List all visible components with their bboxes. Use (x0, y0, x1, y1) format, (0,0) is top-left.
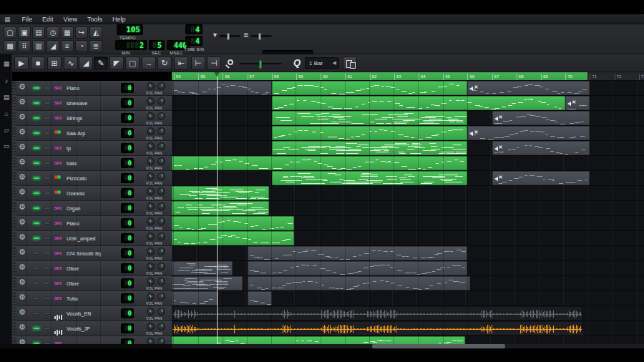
menu-edit[interactable]: Edit (42, 16, 54, 23)
track-settings-gear-icon[interactable]: ⚙ (19, 248, 26, 256)
add-automation-track-button[interactable]: ◢ (79, 57, 93, 70)
track-solo-led[interactable] (44, 252, 51, 255)
track-grip[interactable] (12, 111, 16, 126)
track-solo-led[interactable] (44, 192, 51, 195)
volume-knob[interactable] (147, 82, 155, 90)
pattern-segment[interactable]: ✕ (565, 96, 590, 110)
track-row[interactable]: ⚙SF2Tuba80VOL PAN (12, 291, 172, 306)
pattern-segment[interactable] (172, 201, 269, 215)
track-mute-led[interactable] (33, 297, 40, 300)
sf2-instrument-icon[interactable]: SF2 (54, 115, 62, 122)
track-settings-gear-icon[interactable]: ⚙ (19, 218, 26, 226)
pan-knob[interactable] (157, 187, 165, 195)
menu-tools[interactable]: Tools (87, 16, 102, 23)
sf2-instrument-icon[interactable]: SF2 (54, 295, 62, 302)
track-row[interactable]: ⚙SF2sinewave80VOL PAN (12, 96, 172, 111)
volume-knob[interactable] (147, 233, 155, 240)
track-lane[interactable]: ✕ (172, 141, 644, 156)
track-mute-led[interactable] (33, 327, 40, 330)
track-mute-led[interactable] (33, 312, 40, 315)
track-row[interactable]: ⚙Pizzicato80VOL PAN (12, 171, 172, 186)
track-lane[interactable]: ✕ (172, 81, 644, 96)
playhead-marker-icon[interactable] (214, 72, 220, 77)
automation-editor-button[interactable]: ◢ (47, 40, 59, 52)
track-mute-led[interactable] (33, 267, 40, 270)
track-settings-gear-icon[interactable]: ⚙ (19, 203, 26, 211)
oscillator-instrument-icon[interactable] (54, 175, 60, 182)
pattern-segment[interactable] (272, 171, 468, 185)
draw-mode-button[interactable]: ✎ (94, 57, 108, 70)
pattern-segment[interactable] (172, 291, 218, 305)
track-solo-led[interactable] (44, 267, 51, 270)
pattern-segment[interactable] (272, 126, 468, 140)
volume-knob[interactable] (147, 278, 155, 285)
loop-region[interactable] (172, 72, 587, 81)
track-row[interactable]: ⚙SF2Piano80VOL PAN (12, 216, 172, 231)
track-lane[interactable] (172, 186, 644, 201)
sidebar-home-icon[interactable]: ⌂ (2, 110, 11, 117)
volume-knob[interactable] (147, 338, 155, 344)
track-settings-gear-icon[interactable]: ⚙ (19, 293, 26, 301)
track-name[interactable]: Organ (67, 206, 80, 211)
pattern-segment[interactable]: ✕ (492, 111, 590, 125)
pan-knob[interactable] (157, 278, 165, 285)
track-name[interactable]: Oboe (67, 266, 79, 271)
track-solo-led[interactable] (44, 222, 51, 225)
track-lane[interactable]: ✕ (172, 96, 644, 111)
sf2-instrument-icon[interactable]: SF2 (54, 85, 62, 92)
open-folder-button[interactable]: ▤ (32, 26, 45, 39)
stop-button[interactable]: ■ (31, 57, 45, 70)
track-grip[interactable] (12, 216, 16, 231)
export-project-button[interactable]: ↪ (75, 26, 88, 39)
add-bb-track-button[interactable]: ⊞ (47, 57, 62, 70)
bb-editor-button[interactable]: ⠿ (18, 40, 31, 52)
pattern-segment[interactable]: ✕ (467, 81, 590, 95)
track-lane[interactable] (172, 216, 644, 231)
volume-knob[interactable] (147, 157, 155, 165)
pan-knob[interactable] (157, 308, 165, 315)
pattern-segment[interactable] (272, 96, 565, 110)
audio-sample-icon[interactable] (54, 326, 63, 332)
track-row[interactable]: ⚙SF280VOL PAN (12, 336, 172, 344)
track-mute-led[interactable] (33, 147, 40, 150)
track-name[interactable]: Vocals_EN (67, 311, 91, 316)
volume-knob[interactable] (147, 308, 155, 315)
sample-segment[interactable] (172, 306, 582, 321)
track-lane[interactable] (172, 306, 644, 321)
pattern-segment[interactable] (172, 156, 467, 170)
track-lane[interactable] (172, 321, 644, 336)
volume-knob[interactable] (147, 142, 155, 150)
track-mute-led[interactable] (33, 207, 40, 210)
sf2-instrument-icon[interactable]: SF2 (54, 160, 62, 167)
loop-mode-button[interactable]: ↻ (157, 57, 172, 70)
pan-knob[interactable] (157, 127, 165, 135)
track-mute-led[interactable] (33, 132, 40, 134)
track-mute-led[interactable] (33, 252, 40, 255)
track-settings-gear-icon[interactable]: ⚙ (19, 128, 26, 136)
play-button[interactable]: ▶ (14, 57, 29, 70)
add-sample-track-button[interactable]: ∿ (64, 57, 78, 70)
pattern-segment[interactable] (248, 276, 470, 290)
pattern-segment[interactable] (172, 276, 243, 290)
remove-bar-button[interactable]: ⊣ (207, 57, 221, 70)
track-row[interactable]: ⚙SF2Strings80VOL PAN (12, 111, 172, 126)
track-solo-led[interactable] (44, 147, 51, 150)
sample-segment[interactable] (172, 321, 582, 336)
move-mode-button[interactable]: → (142, 57, 156, 70)
timeline[interactable]: 5455565758596061626364656667686970717273 (172, 72, 644, 81)
track-settings-gear-icon[interactable]: ⚙ (19, 83, 26, 91)
pan-knob[interactable] (157, 112, 165, 120)
track-mute-led[interactable] (33, 162, 40, 165)
track-grip[interactable] (12, 291, 16, 306)
menu-file[interactable]: File (22, 16, 33, 23)
track-name[interactable]: sinewave (67, 101, 87, 106)
pan-knob[interactable] (157, 217, 165, 225)
track-solo-led[interactable] (44, 117, 51, 119)
pan-knob[interactable] (157, 233, 165, 240)
volume-knob[interactable] (147, 97, 155, 105)
pattern-segment[interactable] (272, 81, 468, 95)
track-grip[interactable] (12, 186, 16, 201)
track-grip[interactable] (12, 126, 16, 141)
track-lane[interactable] (172, 231, 644, 246)
track-solo-led[interactable] (44, 102, 51, 104)
